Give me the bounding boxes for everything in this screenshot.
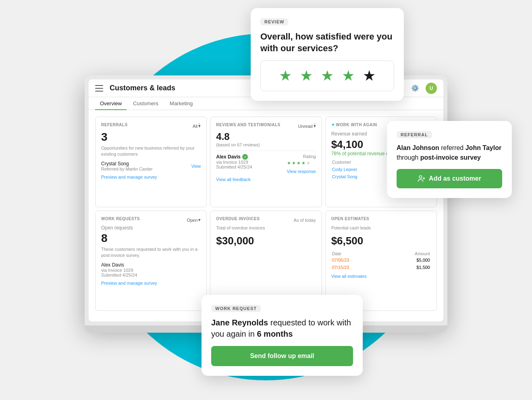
reviewer-via: via Invoice 1029: [216, 160, 252, 165]
open-estimates-label: OPEN ESTIMATES: [331, 217, 370, 221]
review-stars: ★ ★ ★ ★ ★: [287, 160, 316, 166]
referral-text-part2: through: [397, 154, 420, 161]
est-date-1: 07/05/23: [332, 257, 384, 263]
avatar[interactable]: U: [426, 83, 437, 94]
reviews-card: REVIEWS AND TESTIMONIALS Unread ▾ 4.8 (b…: [210, 117, 322, 207]
est-col-amount: Amount: [384, 251, 430, 256]
referrals-card: REFERRALS All ▾ 3 Opportunities for new …: [95, 117, 207, 207]
est-col-date: Date: [332, 251, 384, 256]
overdue-as-of: As of today: [294, 218, 316, 223]
add-customer-icon: [418, 175, 426, 183]
review-star-2[interactable]: ★: [300, 67, 313, 84]
referral-referred: John Taylor: [466, 144, 502, 151]
review-star-4[interactable]: ★: [342, 67, 355, 84]
laptop-screen: Customers & leads 🔍 📋 🔔 ⚙️ U Overview Cu…: [85, 75, 447, 325]
review-star-3[interactable]: ★: [321, 67, 334, 84]
referral-popup-card: REFERRAL Alan Johnson referred John Tayl…: [387, 121, 512, 198]
estimates-value: $6,500: [331, 235, 431, 247]
referrals-customer-name: Crystal Song: [101, 161, 153, 167]
estimates-table: Date Amount 07/05/23 $5,000 07/15/23: [331, 250, 431, 271]
referral-referrer: Alan Johnson: [397, 144, 439, 151]
tab-customers[interactable]: Customers: [128, 97, 163, 110]
work-request-popup-card: WORK REQUEST Jane Reynolds requested to …: [202, 295, 363, 376]
referrals-view-link[interactable]: View: [191, 164, 201, 169]
review-star-1[interactable]: ★: [279, 67, 292, 84]
work-request-customer: Jane Reynolds: [211, 318, 268, 327]
referral-badge: REFERRAL: [397, 131, 432, 138]
work-request-text: Jane Reynolds requested to work with you…: [211, 317, 353, 340]
view-all-estimates-link[interactable]: View all estimates: [331, 274, 431, 279]
customer-name-2[interactable]: Crystal Song: [332, 173, 386, 180]
referral-method: post-invoice survey: [420, 154, 481, 161]
wr-entry-via: via Invoice 1029: [101, 268, 201, 273]
work-requests-stat: 8: [101, 232, 201, 245]
gear-icon[interactable]: ⚙️: [409, 83, 421, 94]
add-as-customer-button[interactable]: Add as customer: [397, 169, 502, 188]
rating-label: Rating: [287, 154, 316, 159]
referrals-entry-sub: Referred by Martin Carder: [101, 167, 153, 171]
reviewer-date: Submitted 4/25/24: [216, 165, 252, 169]
reviews-rating-sub: (based on 67 reviews): [216, 142, 316, 147]
potential-label: Potential cash leads: [331, 225, 431, 231]
referrals-more-icon[interactable]: ⋮: [197, 122, 202, 128]
reviews-label: REVIEWS AND TESTIMONIALS: [216, 123, 280, 127]
wr-entry-date: Submitted 4/25/24: [101, 273, 201, 277]
laptop-wrapper: Customers & leads 🔍 📋 🔔 ⚙️ U Overview Cu…: [85, 75, 447, 333]
referrals-label: REFERRALS: [101, 123, 128, 127]
view-response-link[interactable]: View response: [287, 169, 316, 174]
wr-preview-link[interactable]: Preview and manage survey: [101, 281, 201, 285]
referrals-preview-link[interactable]: Preview and manage survey: [101, 175, 201, 179]
send-follow-up-email-button[interactable]: Send follow up email: [211, 346, 353, 366]
overdue-invoices-label: OVERDUE INVOICES: [216, 217, 260, 221]
send-email-label: Send follow up email: [250, 352, 314, 360]
reviews-more-icon[interactable]: ⋮: [312, 122, 318, 128]
referrals-entry: Crystal Song Referred by Martin Carder V…: [101, 161, 201, 171]
est-amount-2: $1,500: [384, 264, 430, 271]
hamburger-icon[interactable]: [95, 85, 103, 92]
screen-inner: Customers & leads 🔍 📋 🔔 ⚙️ U Overview Cu…: [89, 79, 443, 321]
est-date-2: 07/15/23: [332, 264, 384, 271]
work-with-again-label: ✦ WORK WITH AGAIN: [331, 123, 377, 127]
reviews-rating-value: 4.8: [216, 131, 316, 142]
customer-name-1[interactable]: Cody Lepner: [332, 166, 386, 173]
verified-badge: ✓: [242, 154, 248, 160]
work-with-icon: ✦: [331, 123, 335, 127]
review-badge: REVIEW: [260, 18, 288, 25]
est-amount-1: $5,000: [384, 257, 430, 263]
overdue-total-label: Total of overdue invoices: [216, 225, 316, 231]
add-customer-label: Add as customer: [429, 175, 481, 182]
work-requests-filter[interactable]: Open ▾: [187, 217, 201, 223]
work-requests-label: WORK REQUESTS: [101, 217, 140, 221]
wr-entry-name: Alex Davis: [101, 262, 201, 268]
tab-marketing[interactable]: Marketing: [165, 97, 197, 110]
reviewer-name: Alex Davis ✓: [216, 154, 252, 160]
review-stars-box: ★ ★ ★ ★ ★: [260, 60, 394, 91]
review-star-5[interactable]: ★: [363, 67, 376, 84]
referrals-desc: Opportunities for new business referred …: [101, 145, 201, 158]
svg-point-0: [419, 176, 422, 179]
referrals-stat: 3: [101, 131, 201, 144]
work-request-badge: WORK REQUEST: [211, 305, 261, 312]
work-requests-desc: These customers requested to work with y…: [101, 246, 201, 259]
referral-text-part1: referred: [441, 144, 465, 151]
col-customer: Customer: [332, 160, 386, 165]
overdue-value: $30,000: [216, 235, 316, 247]
tab-overview[interactable]: Overview: [95, 97, 127, 110]
view-all-feedback-link[interactable]: View all feedback: [216, 177, 316, 182]
open-requests-label: Open requests: [101, 225, 201, 231]
estimates-row: 07/15/23 $1,500: [332, 264, 430, 271]
work-request-timeframe: 6 months: [257, 329, 293, 338]
referral-text: Alan Johnson referred John Taylor throug…: [397, 143, 502, 162]
review-popup-card: REVIEW Overall, how satisfied were you w…: [251, 8, 404, 101]
review-question: Overall, how satisfied were you with our…: [260, 31, 394, 54]
estimates-row: 07/05/23 $5,000: [332, 257, 430, 263]
work-requests-card: WORK REQUESTS Open ▾ Open requests 8 The…: [95, 210, 207, 311]
